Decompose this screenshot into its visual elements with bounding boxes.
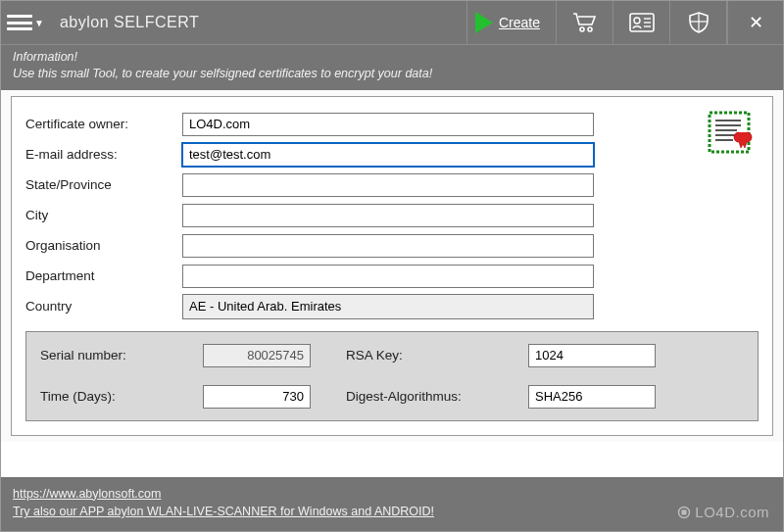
close-button[interactable]: ✕ <box>726 1 783 44</box>
main-area: Certificate owner: E-mail address: State… <box>1 90 783 442</box>
time-label: Time (Days): <box>40 389 177 404</box>
city-label: City <box>25 208 182 222</box>
org-label: Organisation <box>25 238 182 253</box>
titlebar: ▼ abylon SELFCERT Create ✕ <box>1 1 783 44</box>
serial-input <box>203 344 311 367</box>
menu-button[interactable]: ▼ <box>1 1 50 44</box>
watermark: LO4D.com <box>677 502 769 524</box>
play-icon <box>475 12 493 33</box>
time-input[interactable] <box>203 385 311 409</box>
footer-link-website[interactable]: https://www.abylonsoft.com <box>13 487 161 501</box>
country-label: Country <box>25 299 182 314</box>
svg-point-0 <box>580 27 584 31</box>
org-input[interactable] <box>182 234 594 258</box>
state-label: State/Province <box>25 177 182 192</box>
rsa-select[interactable]: 1024 <box>528 344 656 367</box>
id-card-icon <box>629 13 655 32</box>
form-box: Certificate owner: E-mail address: State… <box>11 96 773 436</box>
dept-input[interactable] <box>182 265 594 288</box>
chevron-down-icon: ▼ <box>34 18 44 28</box>
country-select[interactable]: AE - United Arab. Emirates <box>182 294 594 319</box>
state-input[interactable] <box>182 173 594 197</box>
info-heading: Information! <box>13 49 771 66</box>
create-button-label: Create <box>499 15 540 30</box>
app-title: abylon SELFCERT <box>50 1 209 44</box>
city-input[interactable] <box>182 204 594 227</box>
svg-rect-16 <box>681 509 686 514</box>
svg-point-3 <box>634 18 640 24</box>
dept-label: Department <box>25 268 182 283</box>
rsa-label: RSA Key: <box>346 348 503 363</box>
email-input[interactable] <box>182 143 594 167</box>
certificate-icon <box>708 111 755 157</box>
owner-input[interactable] <box>182 113 594 136</box>
owner-label: Certificate owner: <box>25 117 182 131</box>
info-panel: Information! Use this small Tool, to cre… <box>1 44 783 90</box>
info-text: Use this small Tool, to create your self… <box>13 66 771 82</box>
create-button[interactable]: Create <box>466 1 556 44</box>
advanced-box: Serial number: RSA Key: 1024 Time (Days)… <box>25 331 759 421</box>
footer: https://www.abylonsoft.com Try also our … <box>1 477 783 532</box>
email-label: E-mail address: <box>25 147 182 162</box>
close-icon: ✕ <box>749 12 763 33</box>
svg-point-1 <box>588 27 592 31</box>
cart-button[interactable] <box>556 1 612 44</box>
hamburger-icon <box>7 13 32 32</box>
digest-select[interactable]: SHA256 <box>528 385 656 409</box>
footer-link-app[interactable]: Try also our APP abylon WLAN-LIVE-SCANNE… <box>13 505 434 518</box>
serial-label: Serial number: <box>40 348 177 363</box>
cart-icon <box>572 12 598 33</box>
digest-label: Digest-Algorithmus: <box>346 389 503 404</box>
id-card-button[interactable] <box>612 1 669 44</box>
shield-button[interactable] <box>669 1 726 44</box>
shield-icon <box>687 11 710 34</box>
